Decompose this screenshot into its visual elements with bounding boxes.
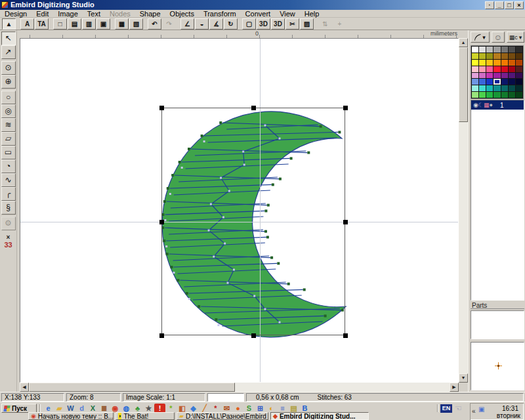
selection-handle[interactable] <box>251 333 256 338</box>
restore-button[interactable]: □ <box>505 1 514 9</box>
palette-swatch[interactable] <box>479 92 486 98</box>
scroll-left-button[interactable]: ◀ <box>20 383 29 392</box>
palette-swatch[interactable] <box>494 79 500 85</box>
hand-tray-icon[interactable]: ☜ <box>455 404 462 413</box>
pencil-icon[interactable]: ╱ <box>199 404 210 413</box>
menu-item-image[interactable]: Image <box>53 10 83 18</box>
selection-handle[interactable] <box>343 220 348 224</box>
palette-swatch[interactable] <box>516 85 522 91</box>
object-list-item-selected[interactable]: ◉☾▦● 1 <box>471 100 524 110</box>
ie-icon[interactable]: e <box>43 404 54 413</box>
selection-handle[interactable] <box>251 106 256 110</box>
window-icon[interactable]: ⊞ <box>255 404 266 413</box>
diamond-icon[interactable]: ◆ <box>188 404 199 413</box>
half-icon[interactable]: ◐ <box>266 404 277 413</box>
menu-item-text[interactable]: Text <box>83 10 105 18</box>
task-explorer[interactable]: ▰D:\INSTALL\Разное\Embird <box>177 412 268 420</box>
zoom-actual-tool[interactable]: ⊕ <box>1 75 16 89</box>
palette-swatch[interactable] <box>479 47 486 52</box>
red-star-icon[interactable]: * <box>210 404 221 413</box>
catalog-button[interactable]: ▨ <box>300 18 314 30</box>
palette-swatch[interactable] <box>472 53 478 59</box>
selection-handle[interactable] <box>159 106 164 110</box>
globe-icon[interactable]: ◍ <box>121 404 132 413</box>
palette-swatch[interactable] <box>494 66 500 72</box>
palette-swatch[interactable] <box>472 47 478 52</box>
word-icon[interactable]: W <box>65 404 76 413</box>
manual-stitch-tool[interactable]: ∿ <box>1 173 16 187</box>
hole-shape-tool[interactable]: ◔ <box>1 159 16 173</box>
palette-swatch[interactable] <box>486 47 493 52</box>
task-forum[interactable]: ◉Начать новую тему :: B... <box>28 412 114 420</box>
green-s-icon[interactable]: S <box>243 404 255 413</box>
fill-shape-tool[interactable]: ○ <box>1 91 16 104</box>
pointer-tool[interactable]: ↖ <box>1 32 16 45</box>
palette-swatch[interactable] <box>509 85 515 91</box>
paste-button[interactable]: ▧ <box>129 18 143 30</box>
scroll-up-button[interactable]: ▲ <box>459 38 468 47</box>
palette-swatch[interactable] <box>509 53 515 59</box>
vertical-scrollbar[interactable]: ▲ ▼ <box>459 38 468 383</box>
tools-button[interactable]: ✂ <box>285 18 299 30</box>
text-button[interactable]: A <box>20 18 34 30</box>
menu-item-shape[interactable]: Shape <box>135 10 165 18</box>
palette-swatch[interactable] <box>486 60 493 66</box>
palette-swatch[interactable] <box>479 53 486 59</box>
spacer-button[interactable]: · <box>485 1 494 9</box>
design-canvas[interactable]: 0 <box>20 38 459 383</box>
player-icon[interactable]: ! <box>154 404 165 413</box>
arc-tool[interactable]: ╭ <box>1 187 16 201</box>
menu-item-objects[interactable]: Objects <box>165 10 199 18</box>
palette-swatch[interactable] <box>472 85 478 91</box>
scroll-down-button[interactable]: ▼ <box>459 373 468 383</box>
pattern-select-button[interactable]: ▦c ▾ <box>507 32 524 43</box>
opera-icon[interactable]: ● <box>232 404 243 413</box>
parts-list[interactable] <box>471 310 524 339</box>
palette-swatch[interactable] <box>472 66 478 72</box>
minimize-button[interactable]: _ <box>495 1 504 9</box>
selection-handle[interactable] <box>159 220 164 224</box>
palette-swatch[interactable] <box>486 66 493 72</box>
sfumato-tool[interactable]: ≋ <box>1 118 16 132</box>
palette-swatch[interactable] <box>472 73 478 79</box>
selection-handle[interactable] <box>343 106 348 110</box>
paint-icon[interactable]: ◧ <box>177 404 188 413</box>
column-shape-tool[interactable]: ◎ <box>1 104 16 118</box>
palette-swatch[interactable] <box>494 53 500 59</box>
palette-swatch[interactable] <box>501 85 508 91</box>
rotate-button[interactable]: ↻ <box>224 18 238 30</box>
menu-item-help[interactable]: Help <box>300 10 324 18</box>
plant-icon[interactable]: ♣ <box>132 404 143 413</box>
stitch-3d-button[interactable]: 3D <box>271 18 285 30</box>
palette-swatch[interactable] <box>479 60 486 66</box>
palette-swatch[interactable] <box>494 60 500 66</box>
palette-swatch[interactable] <box>494 92 500 98</box>
palette-swatch[interactable] <box>494 73 500 79</box>
flower-icon[interactable]: * <box>165 404 177 413</box>
palette-swatch[interactable] <box>472 79 478 85</box>
menu-item-transform[interactable]: Transform <box>199 10 241 18</box>
palette-swatch[interactable] <box>501 73 508 79</box>
node-edit-tool[interactable]: ↗ <box>1 45 16 59</box>
horizontal-scroll-thumb[interactable] <box>29 383 235 392</box>
palette-swatch[interactable] <box>479 73 486 79</box>
vertical-scroll-thumb[interactable] <box>459 47 468 122</box>
palette-swatch[interactable] <box>494 85 500 91</box>
applique-tool[interactable]: ▭ <box>1 146 16 159</box>
selection-handle[interactable] <box>343 333 348 338</box>
selection-handle[interactable] <box>159 333 164 338</box>
undo-button[interactable]: ↶ <box>148 18 161 30</box>
palette-swatch[interactable] <box>509 66 515 72</box>
save-button[interactable]: ▣ <box>96 18 110 30</box>
menu-item-design[interactable]: Design <box>0 10 32 18</box>
language-indicator[interactable]: EN <box>440 404 452 413</box>
books-icon[interactable]: ≣ <box>98 404 110 413</box>
palette-swatch[interactable] <box>516 92 522 98</box>
outline-shape-tool[interactable]: ▱ <box>1 132 16 146</box>
palette-swatch[interactable] <box>494 47 500 52</box>
palette-swatch[interactable] <box>486 79 493 85</box>
reshape-button[interactable]: ▢ <box>242 18 256 30</box>
folder-icon[interactable]: ▰ <box>54 404 65 413</box>
download-icon[interactable]: ◉ <box>110 404 121 413</box>
gauge-button[interactable]: ◒ <box>195 18 209 30</box>
